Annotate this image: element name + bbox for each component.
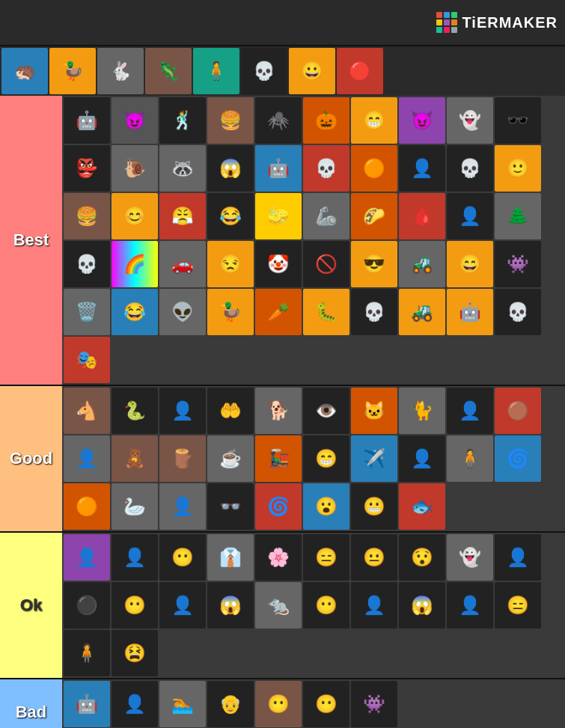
list-item[interactable]: 🍔 — [207, 97, 254, 144]
list-item[interactable]: 😑 — [303, 534, 349, 581]
list-item[interactable]: 🐌 — [112, 145, 158, 192]
list-item[interactable]: 🧍 — [64, 630, 110, 676]
list-item[interactable]: 🎃 — [303, 97, 349, 144]
list-item[interactable]: 👻 — [447, 534, 493, 581]
list-item[interactable]: 🦆 — [207, 289, 254, 335]
list-item[interactable]: 🚗 — [159, 241, 206, 287]
list-item[interactable]: 🟠 — [64, 483, 110, 530]
list-item[interactable]: 👤 — [64, 435, 110, 482]
list-item[interactable]: 💀 — [447, 145, 493, 192]
list-item[interactable]: 🦢 — [112, 483, 158, 530]
list-item[interactable]: 🚜 — [399, 241, 445, 287]
list-item[interactable]: 🌲 — [495, 193, 541, 239]
list-item[interactable]: 👤 — [447, 193, 493, 239]
list-item[interactable]: 👓 — [207, 483, 254, 530]
list-item[interactable]: 🟠 — [351, 145, 397, 192]
list-item[interactable]: 💀 — [64, 241, 110, 287]
list-item[interactable]: 😮 — [303, 483, 349, 530]
list-item[interactable]: 😱 — [207, 145, 254, 192]
list-item[interactable]: 👤 — [447, 388, 493, 434]
list-item[interactable]: 🗑️ — [64, 289, 110, 335]
list-item[interactable]: 👤 — [112, 534, 158, 581]
list-item[interactable]: 👤 — [64, 534, 110, 581]
list-item[interactable]: 🚜 — [399, 289, 445, 335]
list-item[interactable]: 😑 — [495, 582, 541, 628]
list-item[interactable]: 👤 — [159, 582, 206, 628]
list-item[interactable]: 🕺 — [159, 97, 206, 144]
list-item[interactable]: 😶 — [159, 534, 206, 581]
list-item[interactable]: 🦆 — [49, 48, 96, 94]
list-item[interactable]: 👤 — [399, 145, 445, 192]
list-item[interactable]: 🥕 — [255, 289, 302, 335]
list-item[interactable]: 🐕 — [255, 388, 302, 434]
list-item[interactable]: 👤 — [159, 388, 206, 434]
list-item[interactable]: 🌮 — [351, 193, 397, 239]
list-item[interactable]: 😄 — [447, 241, 493, 287]
list-item[interactable]: 👁️ — [303, 388, 349, 434]
list-item[interactable]: 🐇 — [97, 48, 144, 94]
list-item[interactable]: 🕷️ — [255, 97, 302, 144]
list-item[interactable]: 👤 — [495, 534, 541, 581]
list-item[interactable]: 🟤 — [495, 388, 541, 434]
list-item[interactable]: 😈 — [112, 97, 158, 144]
list-item[interactable]: 👤 — [447, 582, 493, 628]
list-item[interactable]: 🧍 — [193, 48, 239, 94]
list-item[interactable]: 🧽 — [255, 193, 302, 239]
list-item[interactable]: 😎 — [351, 241, 397, 287]
list-item[interactable]: 🙂 — [495, 145, 541, 192]
list-item[interactable]: 😐 — [351, 534, 397, 581]
list-item[interactable]: 🕶️ — [495, 97, 541, 144]
list-item[interactable]: 💀 — [351, 289, 397, 335]
list-item[interactable]: 🌸 — [255, 534, 302, 581]
list-item[interactable]: 🌀 — [495, 435, 541, 482]
list-item[interactable]: 🤖 — [64, 97, 110, 144]
list-item[interactable]: 👻 — [447, 97, 493, 144]
list-item[interactable]: 🏊 — [159, 681, 206, 727]
list-item[interactable]: 🐴 — [64, 388, 110, 434]
list-item[interactable]: 💀 — [495, 289, 541, 335]
list-item[interactable]: 👔 — [207, 534, 254, 581]
list-item[interactable]: 🧍 — [447, 435, 493, 482]
list-item[interactable]: 👤 — [112, 681, 158, 727]
list-item[interactable]: 🤖 — [255, 145, 302, 192]
list-item[interactable]: ☕ — [207, 435, 254, 482]
list-item[interactable]: 😊 — [112, 193, 158, 239]
list-item[interactable]: 😯 — [399, 534, 445, 581]
list-item[interactable]: 🎭 — [64, 337, 110, 383]
list-item[interactable]: 🌈 — [112, 241, 158, 287]
list-item[interactable]: 👽 — [159, 289, 206, 335]
list-item[interactable]: 🩸 — [399, 193, 445, 239]
list-item[interactable]: 😱 — [399, 582, 445, 628]
list-item[interactable]: 🪵 — [159, 435, 206, 482]
list-item[interactable]: 🐀 — [255, 582, 302, 628]
list-item[interactable]: 🤡 — [255, 241, 302, 287]
list-item[interactable]: 🐈 — [399, 388, 445, 434]
list-item[interactable]: 😁 — [351, 97, 397, 144]
list-item[interactable]: 😁 — [303, 435, 349, 482]
list-item[interactable]: 🌀 — [255, 483, 302, 530]
list-item[interactable]: 👴 — [207, 681, 254, 727]
list-item[interactable]: 🦝 — [159, 145, 206, 192]
list-item[interactable]: 🦎 — [145, 48, 192, 94]
list-item[interactable]: 👤 — [159, 483, 206, 530]
list-item[interactable]: 🤖 — [64, 681, 110, 727]
list-item[interactable]: ⚫ — [64, 582, 110, 628]
list-item[interactable]: 😒 — [207, 241, 254, 287]
list-item[interactable]: 🚂 — [255, 435, 302, 482]
list-item[interactable]: 😱 — [207, 582, 254, 628]
list-item[interactable]: 🐱 — [351, 388, 397, 434]
list-item[interactable]: 😶 — [303, 681, 349, 727]
list-item[interactable]: 😀 — [289, 48, 335, 94]
list-item[interactable]: 🚫 — [303, 241, 349, 287]
list-item[interactable]: ✈️ — [351, 435, 397, 482]
list-item[interactable]: 🐟 — [399, 483, 445, 530]
list-item[interactable]: 😫 — [112, 630, 158, 676]
list-item[interactable]: 😬 — [351, 483, 397, 530]
list-item[interactable]: 😤 — [159, 193, 206, 239]
list-item[interactable]: 🍔 — [64, 193, 110, 239]
list-item[interactable]: 😶 — [112, 582, 158, 628]
list-item[interactable]: 😈 — [399, 97, 445, 144]
list-item[interactable]: 🤖 — [447, 289, 493, 335]
list-item[interactable]: 👤 — [351, 582, 397, 628]
list-item[interactable]: 🐍 — [112, 388, 158, 434]
